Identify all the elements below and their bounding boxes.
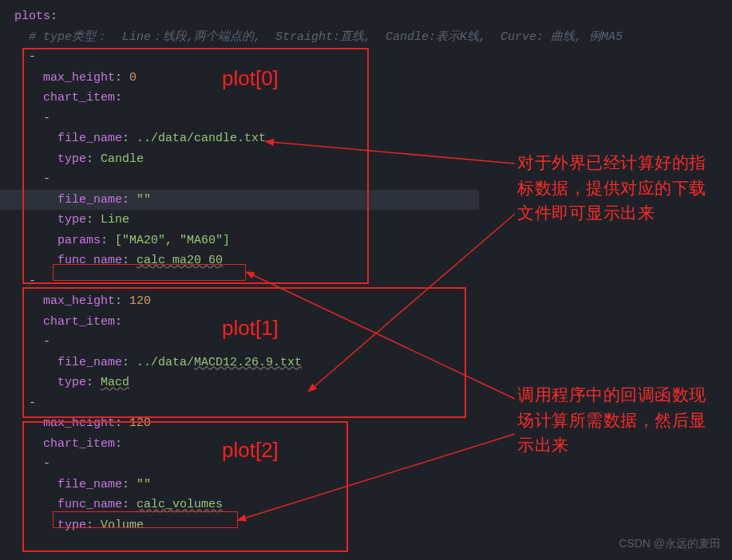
kv-func-name: func_name: calc_volumes (14, 495, 732, 515)
colon: : (50, 10, 57, 23)
path-text: ../data/ (137, 356, 194, 369)
active-line[interactable]: file_name: "" (0, 190, 479, 211)
kv-params: params: ["MA20", "MA60"] (14, 231, 732, 251)
kv-file-name: file_name: ../data/MACD12.26.9.txt (14, 353, 732, 373)
kv-func-name: func_name: calc_ma20_60 (14, 250, 732, 271)
path-file: MACD12.26.9.txt (194, 356, 302, 369)
yaml-key: plots (14, 10, 50, 23)
list-dash: - (14, 47, 732, 68)
list-dash: - (14, 332, 732, 353)
line-comment: # type类型： Line：线段,两个端点的, Straight:直线, Ca… (14, 27, 732, 48)
label-plot2: plot[2] (222, 432, 279, 467)
line-plots: plots: (14, 6, 732, 27)
annotation-2: 调用程序中的回调函数现场计算所需数据，然后显示出来 (517, 382, 713, 458)
kv-chart-item: chart_item: (14, 88, 732, 108)
kv-file-name: file_name: "" (14, 475, 732, 495)
label-plot1: plot[1] (222, 310, 279, 345)
list-dash: - (14, 108, 732, 129)
watermark: CSDN @永远的麦田 (619, 534, 721, 554)
label-plot0: plot[0] (222, 61, 279, 96)
kv-type: type: Volume (14, 515, 732, 536)
kv-max-height: max_height: 0 (14, 68, 732, 89)
list-dash: - (14, 271, 732, 292)
kv-chart-item: chart_item: (14, 312, 732, 333)
kv-file-name: file_name: ../data/candle.txt (14, 128, 732, 149)
annotation-1: 对于外界已经计算好的指标数据，提供对应的下载文件即可显示出来 (517, 150, 713, 226)
kv-max-height: max_height: 120 (14, 291, 732, 312)
